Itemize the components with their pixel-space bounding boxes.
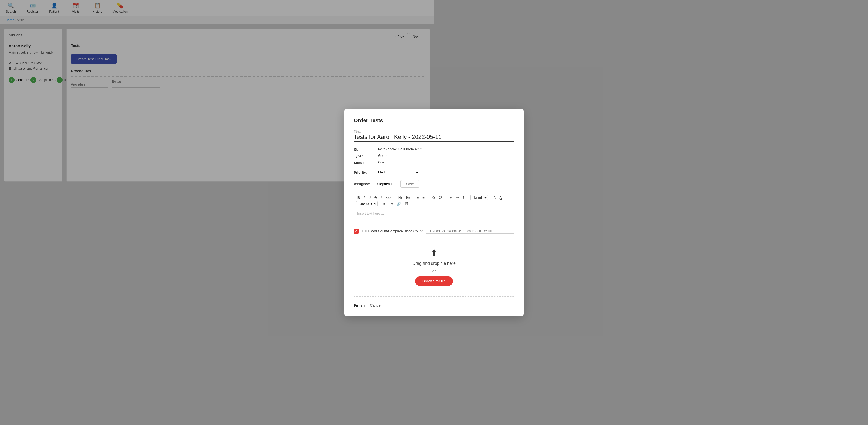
toolbar-divider-1	[395, 195, 395, 200]
toolbar-divider-3	[428, 195, 428, 200]
subscript-button[interactable]: X₂	[430, 195, 434, 200]
table-button[interactable]: ⊞	[410, 202, 416, 206]
id-value: 627c2a7c6790c10869482f9f	[378, 147, 434, 152]
h2-button[interactable]: H₂	[404, 195, 411, 200]
quote-button[interactable]: ❝	[379, 195, 383, 200]
ol-button[interactable]: ≡	[415, 195, 420, 200]
title-label: Title..	[354, 130, 434, 133]
form-meta-grid: ID: 627c2a7c6790c10869482f9f Type: Gener…	[354, 147, 434, 165]
italic-button[interactable]: I	[362, 195, 366, 200]
status-label: Status:	[354, 160, 375, 165]
toolbar-divider-2	[413, 195, 413, 200]
id-label: ID:	[354, 147, 375, 152]
align-button[interactable]: ≡	[382, 202, 387, 206]
priority-select[interactable]: Low Medium High Urgent	[377, 169, 419, 176]
assignee-row: Assignee: Stephen Lane Save	[354, 180, 434, 188]
priority-row: Priority: Low Medium High Urgent	[354, 169, 434, 176]
bold-button[interactable]: B	[356, 195, 361, 200]
clear-format-button[interactable]: Tx	[388, 202, 394, 206]
priority-label: Priority:	[354, 171, 375, 175]
underline-button[interactable]: U	[367, 195, 372, 200]
code-button[interactable]: </>	[385, 195, 393, 200]
assignee-label: Assignee:	[354, 182, 375, 186]
h1-button[interactable]: H₁	[397, 195, 403, 200]
ul-button[interactable]: ≡	[421, 195, 426, 200]
editor-body[interactable]: Insert text here ...	[354, 208, 434, 212]
assignee-value: Stephen Lane	[377, 182, 398, 186]
save-button[interactable]: Save	[401, 180, 420, 188]
modal-title: Order Tests	[354, 118, 434, 124]
order-tests-modal: Order Tests Title.. ID: 627c2a7c6790c108…	[344, 109, 434, 212]
type-value: General	[378, 154, 434, 158]
status-value: Open	[378, 160, 434, 165]
strikethrough-button[interactable]: S	[373, 195, 378, 200]
toolbar: B I U S ❝ </> H₁ H₂ ≡ ≡ X₂ X² ⇤ ⇥ ¶	[354, 193, 434, 208]
modal-overlay: Order Tests Title.. ID: 627c2a7c6790c108…	[0, 0, 434, 212]
image-button[interactable]: 🖼	[403, 202, 409, 206]
rich-text-editor: B I U S ❝ </> H₁ H₂ ≡ ≡ X₂ X² ⇤ ⇥ ¶	[354, 193, 434, 212]
title-input[interactable]	[354, 133, 434, 142]
link-button[interactable]: 🔗	[395, 202, 402, 206]
type-label: Type:	[354, 154, 375, 158]
font-select[interactable]: Sans Serif	[356, 201, 377, 206]
